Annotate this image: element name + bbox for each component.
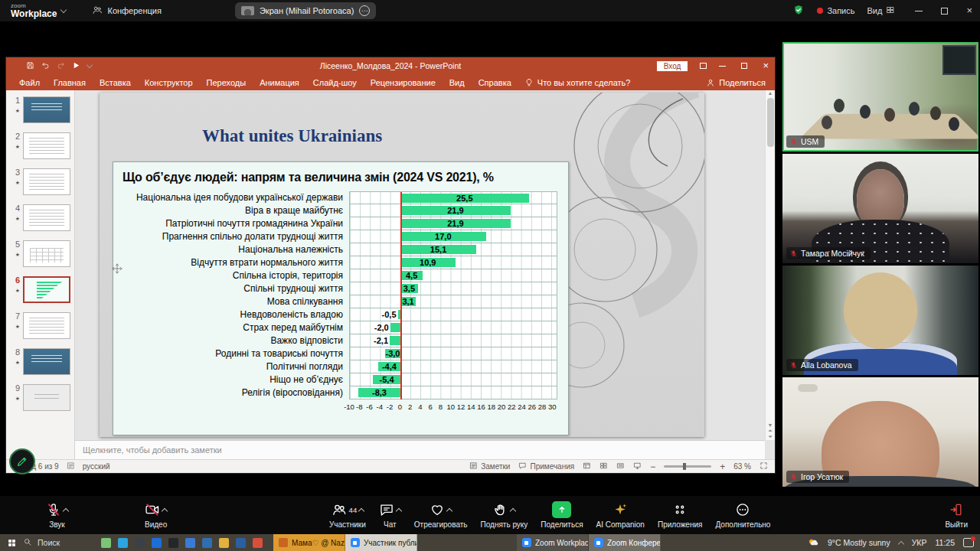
restore-button[interactable]	[941, 8, 948, 15]
vertical-scrollbar[interactable]: ▲ ▼ ⏶ ⏷	[765, 90, 775, 440]
slide-thumbnail-6[interactable]	[23, 276, 70, 303]
apps-button[interactable]: Приложения	[658, 501, 703, 529]
participant-video[interactable]: Ігор Усатюк	[782, 377, 978, 487]
zoom-slider-thumb[interactable]	[683, 463, 686, 470]
minimize-button[interactable]	[915, 11, 923, 11]
react-chevron-icon[interactable]	[446, 507, 452, 514]
ribbon-tab-вставка[interactable]: Вставка	[93, 78, 138, 87]
tab-meeting[interactable]: Конференция	[92, 5, 161, 17]
slide-thumbnail-8[interactable]	[23, 348, 70, 375]
slideshow-view-icon[interactable]	[633, 461, 642, 471]
notes-pane[interactable]: Щелкните, чтобы добавить заметки	[75, 440, 765, 459]
clock[interactable]: 11:25	[936, 538, 956, 547]
normal-view-icon[interactable]	[583, 461, 591, 471]
ribbon-options-icon[interactable]	[700, 63, 707, 69]
ppt-minimize-button[interactable]	[719, 66, 726, 67]
speaker-icon[interactable]	[202, 538, 212, 548]
slide-thumbnail-5[interactable]	[23, 240, 70, 267]
audio-chevron-icon[interactable]	[63, 507, 69, 514]
ppt-restore-button[interactable]	[741, 63, 747, 69]
taskbar-button[interactable]: Zoom Конференция	[589, 534, 661, 551]
telegram-icon[interactable]	[118, 538, 128, 548]
video-chevron-icon[interactable]	[162, 507, 168, 514]
taskbar-button[interactable]: Zoom Workplace	[517, 534, 589, 551]
slide-thumbnail-7[interactable]	[23, 312, 70, 339]
weather-text[interactable]: 9°C Mostly sunny	[828, 538, 890, 547]
chrome-icon[interactable]	[253, 538, 263, 548]
ribbon-tab-слайд-шоу[interactable]: Слайд-шоу	[306, 78, 364, 87]
taskbar-search[interactable]: Поиск	[23, 537, 90, 548]
tray-expand-icon[interactable]	[897, 540, 903, 546]
close-button[interactable]: ×	[966, 7, 972, 15]
ribbon-tab-файл[interactable]: Файл	[12, 78, 47, 87]
ribbon-tab-конструктор[interactable]: Конструктор	[138, 78, 200, 87]
code-icon[interactable]	[168, 538, 178, 548]
photos-icon[interactable]	[236, 538, 246, 548]
zoom-percentage[interactable]: 63 %	[733, 462, 751, 471]
slide-canvas[interactable]: What unites Ukrainians Що об’єдує людей:…	[100, 93, 704, 437]
redo-button[interactable]	[57, 61, 65, 71]
scrollbar-thumb[interactable]	[767, 98, 774, 147]
ribbon-tab-главная[interactable]: Главная	[47, 78, 93, 87]
slide-thumbnail-2[interactable]	[23, 132, 70, 159]
play-button[interactable]	[72, 61, 80, 71]
ribbon-tab-справка[interactable]: Справка	[472, 78, 518, 87]
participant-video[interactable]: USM	[782, 42, 978, 152]
chat-button[interactable]: Чат	[379, 501, 401, 529]
taskbar-button[interactable]: Мама♡ @ Nazar|Ch...	[273, 534, 345, 551]
participants-button[interactable]: 44Участники	[329, 501, 366, 529]
annotation-pencil-button[interactable]	[9, 448, 35, 474]
participant-video[interactable]: Alla Lobanova	[782, 266, 978, 375]
zoom-in-button[interactable]: +	[720, 461, 725, 472]
tell-me-search[interactable]: Что вы хотите сделать?	[524, 78, 631, 87]
undo-button[interactable]	[41, 61, 50, 71]
quick-access-chevron-icon[interactable]	[87, 61, 93, 67]
slide-thumbnail-9[interactable]	[23, 384, 70, 411]
participant-video[interactable]: Тамара Мосійчук	[782, 154, 978, 263]
react-button[interactable]: Отреагировать	[414, 501, 468, 529]
mail-icon[interactable]	[185, 538, 195, 548]
previous-slide-icon[interactable]: ⏶	[768, 428, 773, 434]
ribbon-tab-вид[interactable]: Вид	[443, 78, 472, 87]
scroll-up-icon[interactable]: ▲	[768, 90, 773, 96]
more-button[interactable]: Дополнительно	[715, 501, 770, 529]
view-button[interactable]: Вид	[867, 5, 896, 16]
zoom-out-button[interactable]: −	[650, 461, 655, 472]
sign-in-button[interactable]: Вход	[657, 61, 688, 71]
slide-sorter-view-icon[interactable]	[599, 461, 608, 471]
next-slide-icon[interactable]: ⏷	[768, 434, 773, 440]
share-button[interactable]: Поделиться	[541, 501, 583, 529]
raise-hand-button[interactable]: Поднять руку	[481, 501, 528, 529]
reading-view-icon[interactable]	[616, 461, 625, 471]
audio-button[interactable]: Звук	[46, 501, 68, 529]
ppt-close-button[interactable]: ×	[763, 62, 769, 70]
save-button[interactable]	[26, 61, 34, 71]
store-icon[interactable]	[152, 538, 162, 548]
tab-shared-screen[interactable]: Экран (Mihail Potoroaca) ⋯	[235, 2, 376, 19]
start-button[interactable]	[0, 538, 23, 548]
chat-chevron-icon[interactable]	[396, 507, 402, 514]
zoom-slider[interactable]	[664, 465, 711, 468]
ribbon-tab-рецензирование[interactable]: Рецензирование	[364, 78, 443, 87]
paint-icon[interactable]	[101, 538, 111, 548]
snipping-icon[interactable]	[135, 538, 145, 548]
ppt-share-button[interactable]: Поделиться	[706, 78, 766, 87]
security-shield-icon[interactable]	[792, 4, 805, 18]
ai-companion-button[interactable]: AI Companion	[596, 501, 645, 529]
spellcheck-icon[interactable]	[67, 461, 75, 471]
comments-toggle-button[interactable]: Примечания	[518, 461, 574, 471]
language-indicator[interactable]: русский	[83, 462, 110, 471]
video-button[interactable]: Видео	[145, 501, 167, 529]
scroll-down-icon[interactable]: ▼	[768, 422, 773, 428]
ribbon-tab-анимация[interactable]: Анимация	[253, 78, 306, 87]
slide-thumbnail-4[interactable]	[23, 204, 70, 231]
zoom-workplace-menu[interactable]: zoom Workplace	[11, 3, 66, 18]
explorer-icon[interactable]	[219, 538, 229, 548]
slide-thumbnail-3[interactable]	[23, 168, 70, 195]
slide-thumbnail-1[interactable]	[23, 96, 70, 123]
leave-button[interactable]: Выйти	[945, 501, 968, 529]
notification-center-icon[interactable]	[963, 538, 974, 547]
tab-options-icon[interactable]: ⋯	[359, 5, 370, 16]
taskbar-button[interactable]: Участник публикац...	[345, 534, 417, 551]
participants-chevron-icon[interactable]	[358, 507, 364, 514]
